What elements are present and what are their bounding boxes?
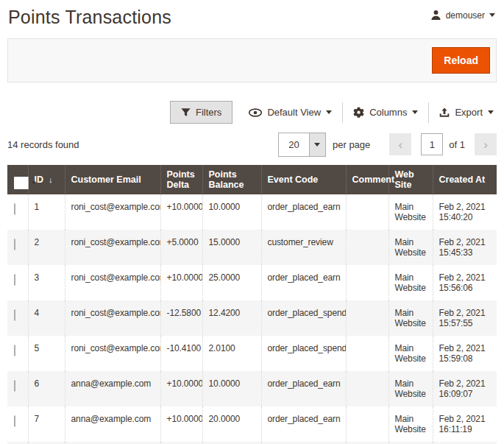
cell-comment [346, 371, 388, 406]
cell-web-site: Main Website [388, 300, 433, 336]
chevron-down-icon [412, 110, 418, 114]
user-menu[interactable]: demouser [430, 10, 495, 21]
default-view-label: Default View [267, 107, 321, 118]
grid-toolbar: Filters Default View Columns Export [7, 100, 497, 124]
cell-id: 2 [28, 230, 65, 265]
action-strip: Reload [7, 38, 497, 82]
cell-event-code: order_placed_earn [261, 265, 346, 300]
cell-created-at: Feb 2, 2021 15:40:20 [433, 194, 497, 230]
cell-customer-email: anna@example.com [65, 371, 160, 406]
filters-button[interactable]: Filters [170, 101, 233, 124]
cell-points-balance: 10.0000 [202, 194, 261, 230]
previous-page-button[interactable]: ‹ [389, 133, 411, 155]
row-checkbox[interactable] [14, 274, 15, 286]
cell-event-code: customer_review [261, 230, 346, 265]
cell-web-site: Main Website [388, 230, 433, 265]
toolbar-separator [342, 102, 343, 123]
table-row: 2 roni_cost@example.com +5.0000 15.0000 … [7, 230, 497, 265]
chevron-down-icon [309, 133, 325, 156]
gear-icon [353, 107, 364, 118]
table-row: 6 anna@example.com +10.0000 10.0000 orde… [7, 371, 497, 406]
cell-points-delta: +5.0000 [160, 230, 202, 265]
cell-created-at: Feb 2, 2021 16:09:07 [433, 371, 497, 406]
row-checkbox[interactable] [14, 415, 15, 427]
cell-points-delta: +10.0000 [160, 265, 202, 300]
cell-created-at: Feb 2, 2021 15:56:06 [433, 265, 497, 300]
cell-customer-email: roni_cost@example.com [65, 336, 160, 371]
pagination: 20 per page ‹ of 1 › [278, 133, 497, 157]
cell-id: 7 [28, 406, 65, 442]
per-page-label: per page [333, 139, 370, 150]
row-checkbox[interactable] [14, 239, 15, 250]
cell-points-balance: 2.0100 [202, 336, 261, 371]
column-header-event-code[interactable]: Event Code [261, 165, 346, 194]
cell-points-balance: 12.4200 [202, 300, 261, 336]
cell-event-code: order_placed_earn [261, 371, 346, 406]
per-page-select[interactable]: 20 [278, 133, 326, 157]
total-pages-label: of 1 [449, 139, 465, 150]
cell-web-site: Main Website [388, 336, 433, 371]
cell-id: 4 [28, 300, 65, 336]
cell-created-at: Feb 2, 2021 16:11:19 [433, 406, 497, 442]
columns-button[interactable]: Columns [350, 102, 421, 122]
per-page-value: 20 [279, 133, 309, 156]
table-row: 7 anna@example.com +10.0000 20.0000 orde… [7, 406, 497, 442]
cell-comment [346, 300, 388, 336]
row-checkbox[interactable] [14, 203, 15, 215]
cell-comment [346, 194, 388, 230]
select-all-checkbox[interactable] [14, 177, 28, 189]
table-header-row: ID↓ Customer Email Points Delta Points B… [7, 165, 497, 194]
column-header-points-delta[interactable]: Points Delta [160, 165, 202, 194]
cell-event-code: order_placed_earn [261, 194, 346, 230]
cell-points-delta: +10.0000 [160, 406, 202, 442]
page-header: Points Transactions demouser [0, 0, 504, 28]
points-transactions-grid: ID↓ Customer Email Points Delta Points B… [7, 165, 497, 444]
cell-points-balance: 25.0000 [202, 265, 261, 300]
records-found-label: 14 records found [7, 139, 79, 150]
row-checkbox[interactable] [14, 380, 15, 392]
upload-icon [439, 108, 450, 118]
default-view-button[interactable]: Default View [246, 102, 335, 122]
cell-id: 3 [28, 265, 65, 300]
user-icon [430, 10, 441, 21]
row-checkbox[interactable] [14, 309, 15, 321]
row-checkbox[interactable] [14, 345, 15, 356]
cell-comment [346, 230, 388, 265]
chevron-down-icon [489, 13, 495, 17]
cell-customer-email: roni_cost@example.com [65, 194, 160, 230]
cell-customer-email: roni_cost@example.com [65, 300, 160, 336]
column-header-comment[interactable]: Comment [346, 165, 388, 194]
cell-points-balance: 10.0000 [202, 371, 261, 406]
column-header-points-balance[interactable]: Points Balance [202, 165, 261, 194]
current-page-input[interactable] [421, 133, 443, 155]
toolbar-separator [428, 102, 429, 123]
columns-label: Columns [369, 107, 407, 118]
cell-created-at: Feb 2, 2021 15:45:33 [433, 230, 497, 265]
export-button[interactable]: Export [436, 102, 497, 122]
table-row: 5 roni_cost@example.com -10.4100 2.0100 … [7, 336, 497, 371]
page-title: Points Transactions [8, 7, 171, 28]
cell-comment [346, 265, 388, 300]
cell-points-balance: 15.0000 [202, 230, 261, 265]
chevron-down-icon [326, 110, 332, 114]
cell-points-delta: +10.0000 [160, 371, 202, 406]
select-all-header [7, 165, 28, 194]
cell-event-code: order_placed_earn [261, 406, 346, 442]
column-header-customer-email[interactable]: Customer Email [65, 165, 160, 194]
user-name: demouser [446, 10, 485, 21]
cell-web-site: Main Website [388, 194, 433, 230]
next-page-button[interactable]: › [475, 133, 497, 155]
chevron-down-icon [488, 110, 494, 114]
records-bar: 14 records found 20 per page ‹ of 1 › [7, 130, 497, 158]
cell-event-code: order_placed_spend [261, 300, 346, 336]
reload-button[interactable]: Reload [432, 47, 490, 74]
eye-icon [249, 108, 262, 117]
column-header-created-at[interactable]: Created At [433, 165, 497, 194]
cell-id: 5 [28, 336, 65, 371]
cell-customer-email: roni_cost@example.com [65, 265, 160, 300]
cell-points-delta: -12.5800 [160, 300, 202, 336]
cell-id: 1 [28, 194, 65, 230]
cell-event-code: order_placed_spend [261, 336, 346, 371]
column-header-web-site[interactable]: Web Site [388, 165, 433, 194]
cell-comment [346, 406, 388, 442]
